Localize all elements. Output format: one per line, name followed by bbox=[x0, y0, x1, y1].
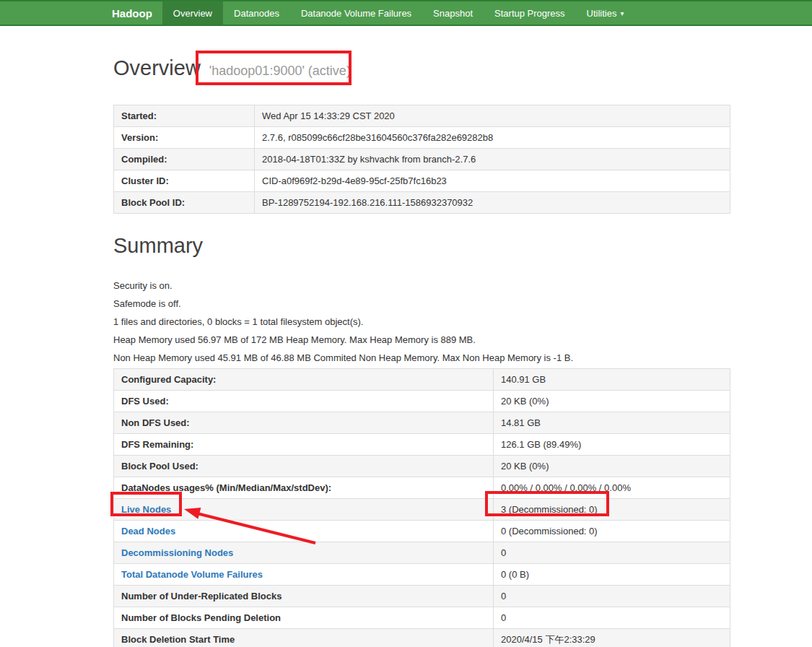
compiled-value: 2018-04-18T01:33Z by kshvachk from branc… bbox=[255, 149, 730, 170]
non-dfs-used-value: 14.81 GB bbox=[494, 412, 730, 434]
table-row: Version: 2.7.6, r085099c66cf28be31604560… bbox=[114, 127, 730, 149]
table-row: Number of Blocks Pending Deletion 0 bbox=[114, 607, 730, 629]
volume-failures-value: 0 (0 B) bbox=[494, 564, 730, 586]
security-status-text: Security is on. bbox=[113, 277, 730, 295]
dfs-remaining-label: DFS Remaining: bbox=[114, 434, 494, 456]
table-row: Block Pool Used: 20 KB (0%) bbox=[114, 456, 730, 477]
dead-nodes-value: 0 (Decommissioned: 0) bbox=[494, 521, 730, 542]
page-title-text: Overview bbox=[113, 56, 201, 79]
nav-item-snapshot[interactable]: Snapshot bbox=[422, 1, 484, 25]
table-row: Started: Wed Apr 15 14:33:29 CST 2020 bbox=[114, 105, 730, 127]
namenode-host-status: 'hadoop01:9000' (active) bbox=[209, 64, 351, 78]
heap-memory-text: Heap Memory used 56.97 MB of 172 MB Heap… bbox=[113, 331, 730, 349]
nav-item-datanodes[interactable]: Datanodes bbox=[223, 1, 290, 25]
nav-item-startup-progress[interactable]: Startup Progress bbox=[484, 1, 576, 25]
dfs-used-value: 20 KB (0%) bbox=[494, 391, 730, 412]
nav-item-label: Datanode Volume Failures bbox=[301, 8, 411, 19]
live-nodes-link[interactable]: Live Nodes bbox=[121, 504, 171, 515]
table-row: Live Nodes 3 (Decommissioned: 0) bbox=[114, 499, 730, 521]
configured-capacity-label: Configured Capacity: bbox=[114, 369, 494, 391]
block-pool-id-value: BP-1289752194-192.168.216.111-1586932370… bbox=[255, 192, 730, 214]
datanodes-usages-value: 0.00% / 0.00% / 0.00% / 0.00% bbox=[494, 477, 730, 499]
dfs-used-label: DFS Used: bbox=[114, 391, 494, 412]
summary-title: Summary bbox=[113, 234, 730, 258]
table-row: Compiled: 2018-04-18T01:33Z by kshvachk … bbox=[114, 149, 730, 170]
table-row: Block Pool ID: BP-1289752194-192.168.216… bbox=[114, 192, 730, 214]
nav-item-label: Snapshot bbox=[433, 8, 473, 19]
table-row: Block Deletion Start Time 2020/4/15 下午2:… bbox=[114, 629, 730, 647]
under-replicated-blocks-value: 0 bbox=[494, 586, 730, 607]
blocks-pending-deletion-value: 0 bbox=[494, 607, 730, 629]
block-pool-id-label: Block Pool ID: bbox=[114, 192, 255, 214]
non-heap-memory-text: Non Heap Memory used 45.91 MB of 46.88 M… bbox=[113, 349, 730, 367]
table-row: DFS Remaining: 126.1 GB (89.49%) bbox=[114, 434, 730, 456]
cluster-summary-table: Configured Capacity: 140.91 GB DFS Used:… bbox=[113, 368, 730, 647]
nav-item-datanode-volume-failures[interactable]: Datanode Volume Failures bbox=[290, 1, 422, 25]
nav-item-utilities-dropdown[interactable]: Utilities ▾ bbox=[576, 1, 635, 25]
decommissioning-nodes-link[interactable]: Decommissioning Nodes bbox=[121, 547, 233, 558]
nav-item-label: Utilities bbox=[587, 8, 617, 19]
configured-capacity-value: 140.91 GB bbox=[494, 369, 730, 391]
cluster-id-label: Cluster ID: bbox=[114, 170, 255, 192]
nav-item-label: Datanodes bbox=[234, 8, 279, 19]
datanodes-usages-label: DataNodes usages% (Min/Median/Max/stdDev… bbox=[114, 477, 494, 499]
nav-item-label: Overview bbox=[173, 8, 212, 19]
live-nodes-value: 3 (Decommissioned: 0) bbox=[494, 499, 730, 521]
blocks-pending-deletion-label: Number of Blocks Pending Deletion bbox=[114, 607, 494, 629]
under-replicated-blocks-label: Number of Under-Replicated Blocks bbox=[114, 586, 494, 607]
top-navbar: Hadoop Overview Datanodes Datanode Volum… bbox=[0, 0, 812, 26]
table-row: DataNodes usages% (Min/Median/Max/stdDev… bbox=[114, 477, 730, 499]
table-row: Total Datanode Volume Failures 0 (0 B) bbox=[114, 564, 730, 586]
block-pool-used-value: 20 KB (0%) bbox=[494, 456, 730, 477]
non-dfs-used-label: Non DFS Used: bbox=[114, 412, 494, 434]
block-pool-used-label: Block Pool Used: bbox=[114, 456, 494, 477]
page-title: Overview'hadoop01:9000' (active) bbox=[113, 56, 730, 83]
filesystem-objects-text: 1 files and directories, 0 blocks = 1 to… bbox=[113, 313, 730, 331]
table-row: Cluster ID: CID-a0f969f2-b29d-4e89-95cf-… bbox=[114, 170, 730, 192]
nav-item-overview[interactable]: Overview bbox=[162, 1, 223, 25]
dead-nodes-link[interactable]: Dead Nodes bbox=[121, 526, 175, 537]
cluster-info-table: Started: Wed Apr 15 14:33:29 CST 2020 Ve… bbox=[113, 105, 730, 214]
cluster-id-value: CID-a0f969f2-b29d-4e89-95cf-25fb7fc16b23 bbox=[255, 170, 730, 192]
decommissioning-nodes-value: 0 bbox=[494, 542, 730, 564]
block-deletion-start-time-label: Block Deletion Start Time bbox=[114, 629, 494, 647]
dfs-remaining-value: 126.1 GB (89.49%) bbox=[494, 434, 730, 456]
table-row: Configured Capacity: 140.91 GB bbox=[114, 369, 730, 391]
version-value: 2.7.6, r085099c66cf28be31604560c376fa282… bbox=[255, 127, 730, 149]
nav-item-label: Startup Progress bbox=[494, 8, 565, 19]
table-row: Non DFS Used: 14.81 GB bbox=[114, 412, 730, 434]
started-value: Wed Apr 15 14:33:29 CST 2020 bbox=[255, 105, 730, 127]
started-label: Started: bbox=[114, 105, 255, 127]
block-deletion-start-time-value: 2020/4/15 下午2:33:29 bbox=[494, 629, 730, 647]
volume-failures-link[interactable]: Total Datanode Volume Failures bbox=[121, 569, 263, 580]
compiled-label: Compiled: bbox=[114, 149, 255, 170]
table-row: Dead Nodes 0 (Decommissioned: 0) bbox=[114, 521, 730, 542]
chevron-down-icon: ▾ bbox=[621, 9, 624, 17]
version-label: Version: bbox=[114, 127, 255, 149]
main-content: Overview'hadoop01:9000' (active) Started… bbox=[113, 56, 730, 647]
safemode-status-text: Safemode is off. bbox=[113, 295, 730, 313]
table-row: Decommissioning Nodes 0 bbox=[114, 542, 730, 564]
table-row: DFS Used: 20 KB (0%) bbox=[114, 391, 730, 412]
summary-lines: Security is on. Safemode is off. 1 files… bbox=[113, 277, 730, 367]
navbar-brand[interactable]: Hadoop bbox=[101, 1, 162, 25]
table-row: Number of Under-Replicated Blocks 0 bbox=[114, 586, 730, 607]
